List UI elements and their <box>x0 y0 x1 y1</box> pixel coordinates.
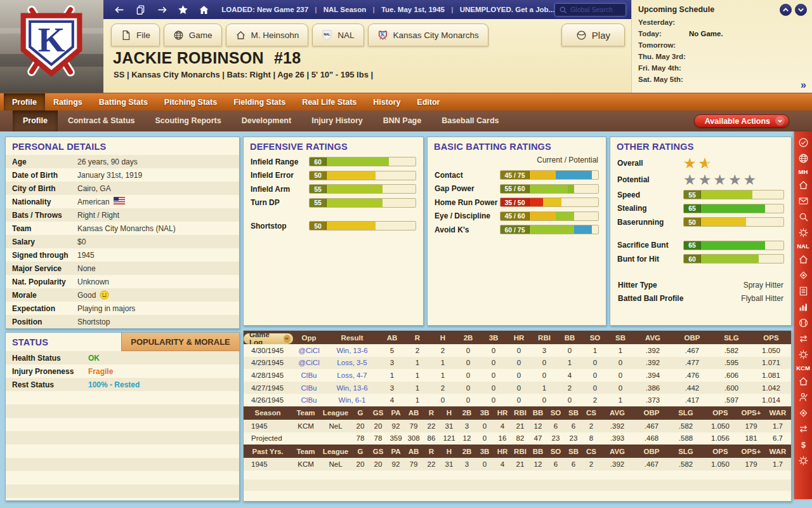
swap-icon[interactable] <box>796 331 811 347</box>
swap-icon[interactable] <box>796 421 811 437</box>
favorites-star-icon[interactable] <box>176 3 190 16</box>
column-header-slg[interactable]: SLG <box>712 331 751 344</box>
column-header-rbi[interactable]: RBI <box>511 444 529 458</box>
person-icon[interactable] <box>796 389 811 405</box>
column-header-rbi[interactable]: RBI <box>532 331 557 344</box>
dollar-icon[interactable]: $ <box>796 437 811 453</box>
column-header-bb[interactable]: BB <box>529 444 547 458</box>
column-header-hr[interactable]: HR <box>494 406 511 420</box>
main-tab-pitching-stats[interactable]: Pitching Stats <box>156 93 225 110</box>
column-header-ops[interactable]: OPS+ <box>738 406 764 420</box>
home-icon[interactable] <box>197 3 211 16</box>
home-icon[interactable] <box>796 177 811 193</box>
column-header-slg[interactable]: SLG <box>669 444 703 458</box>
column-header-h[interactable]: H <box>440 444 458 458</box>
column-header-past-yrs[interactable]: Past Yrs. <box>244 444 292 458</box>
back-icon[interactable] <box>112 3 127 16</box>
sub-tab-development[interactable]: Development <box>232 110 302 131</box>
pages-icon[interactable] <box>133 3 148 16</box>
tab-popularity-morale[interactable]: POPULARITY & MORALE <box>121 333 239 351</box>
column-header-obp[interactable]: OBP <box>634 444 669 458</box>
global-search-input[interactable]: Global Search <box>554 3 626 17</box>
column-header-bb[interactable]: BB <box>557 331 582 344</box>
home-icon[interactable] <box>796 373 811 389</box>
column-header-season[interactable]: Season <box>244 406 292 420</box>
column-header-hr[interactable]: HR <box>494 444 511 458</box>
column-header-ab[interactable]: AB <box>405 406 422 420</box>
column-header-bb[interactable]: BB <box>529 406 547 420</box>
schedule-down-button[interactable] <box>795 4 807 16</box>
gear-icon[interactable] <box>796 347 811 363</box>
header-tab-kansas-city-monarchs[interactable]: KKansas City Monarchs <box>368 23 488 46</box>
field-value[interactable]: American <box>77 197 110 206</box>
column-header-war[interactable]: WAR <box>764 406 791 420</box>
column-header-result[interactable]: Result <box>325 331 379 344</box>
column-header-pa[interactable]: PA <box>387 444 405 458</box>
column-header-avg[interactable]: AVG <box>600 444 634 458</box>
column-header-avg[interactable]: AVG <box>600 406 634 420</box>
column-header-3b[interactable]: 3B <box>476 406 494 420</box>
bar-chart-icon[interactable] <box>796 299 811 315</box>
column-header-gs[interactable]: GS <box>369 406 387 420</box>
main-tab-real-life-stats[interactable]: Real Life Stats <box>294 93 365 110</box>
sub-tab-profile[interactable]: Profile <box>13 110 58 131</box>
forward-icon[interactable] <box>155 3 169 16</box>
header-tab-file[interactable]: File <box>111 23 160 46</box>
column-header-3b[interactable]: 3B <box>481 331 506 344</box>
column-header-cs[interactable]: CS <box>582 406 600 420</box>
cell[interactable]: ClBu <box>293 382 325 394</box>
diamond-icon[interactable] <box>796 267 811 283</box>
column-header-gs[interactable]: GS <box>369 444 387 458</box>
gear-icon[interactable] <box>796 453 811 469</box>
column-header-league[interactable]: League <box>320 444 351 458</box>
gear-icon[interactable] <box>796 225 811 241</box>
search-icon[interactable] <box>796 209 811 225</box>
main-tab-fielding-stats[interactable]: Fielding Stats <box>225 93 294 110</box>
column-header-ops[interactable]: OPS+ <box>738 444 764 458</box>
diamond-icon[interactable] <box>796 405 811 421</box>
ball-icon[interactable] <box>796 315 811 331</box>
cell[interactable]: Loss, 4-7 <box>325 369 379 382</box>
cell[interactable]: Win, 13-6 <box>325 344 379 357</box>
main-tab-profile[interactable]: Profile <box>4 93 45 110</box>
document-icon[interactable] <box>796 283 811 299</box>
main-tab-editor[interactable]: Editor <box>409 93 448 110</box>
main-tab-batting-stats[interactable]: Batting Stats <box>91 93 156 110</box>
column-header-sb[interactable]: SB <box>565 406 582 420</box>
mail-icon[interactable] <box>796 193 811 209</box>
cell[interactable]: ClBu <box>293 369 325 382</box>
header-tab-play[interactable]: Play <box>561 23 625 46</box>
column-header-sb[interactable]: SB <box>608 331 633 344</box>
cell[interactable]: Loss, 3-5 <box>325 357 379 370</box>
column-header-r[interactable]: R <box>405 331 430 344</box>
column-header-r[interactable]: R <box>422 406 440 420</box>
main-tab-ratings[interactable]: Ratings <box>45 93 91 110</box>
column-header-league[interactable]: League <box>320 406 351 420</box>
column-header-2b[interactable]: 2B <box>458 444 476 458</box>
column-header-ab[interactable]: AB <box>379 331 405 344</box>
column-header-ops[interactable]: OPS <box>703 406 738 420</box>
column-header-obp[interactable]: OBP <box>634 406 669 420</box>
schedule-up-button[interactable] <box>780 4 792 16</box>
cell[interactable]: @CiCl <box>293 344 325 357</box>
column-header-so[interactable]: SO <box>582 331 608 344</box>
sub-tab-injury-history[interactable]: Injury History <box>301 110 373 131</box>
cell[interactable]: Win, 6-1 <box>325 394 379 406</box>
cell[interactable]: ClBu <box>293 394 325 406</box>
column-header-r[interactable]: R <box>422 444 440 458</box>
column-header-pa[interactable]: PA <box>387 406 405 420</box>
column-header-hr[interactable]: HR <box>506 331 532 344</box>
column-header-ab[interactable]: AB <box>405 444 422 458</box>
column-header-sb[interactable]: SB <box>565 444 582 458</box>
sub-tab-baseball-cards[interactable]: Baseball Cards <box>431 110 509 131</box>
column-header-2b[interactable]: 2B <box>455 331 481 344</box>
column-header-war[interactable]: WAR <box>764 444 791 458</box>
column-header-2b[interactable]: 2B <box>458 406 476 420</box>
cell[interactable]: @CiCl <box>293 357 325 370</box>
schedule-more-link[interactable]: » <box>801 79 806 91</box>
column-header-g[interactable]: G <box>351 444 369 458</box>
column-header-so[interactable]: SO <box>547 444 565 458</box>
check-circle-icon[interactable] <box>796 135 811 150</box>
sub-tab-contract-status[interactable]: Contract & Status <box>58 110 145 131</box>
column-header-obp[interactable]: OBP <box>672 331 712 344</box>
